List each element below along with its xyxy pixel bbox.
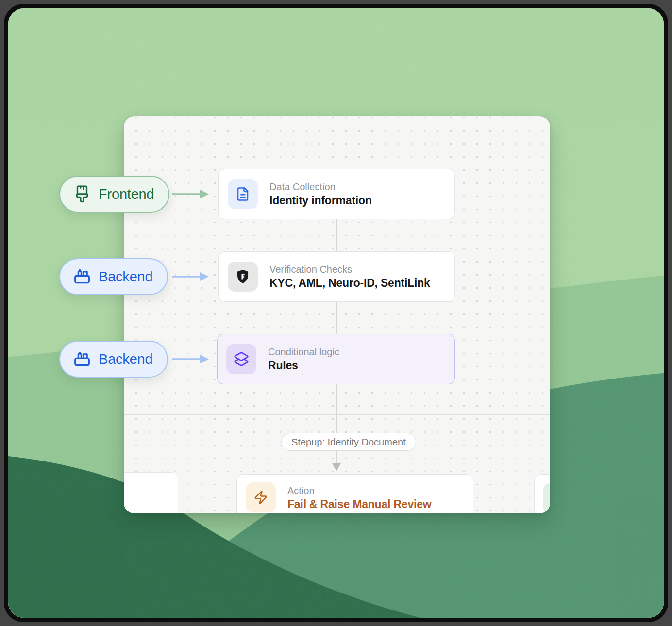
connector-line <box>336 384 337 463</box>
node-data-collection[interactable]: Data Collection Identity information <box>218 169 455 219</box>
toolbox-icon <box>73 267 91 286</box>
pill-frontend[interactable]: Frontend <box>59 176 169 213</box>
node-verification-checks[interactable]: Verification Checks KYC, AML, Neuro-ID, … <box>218 251 455 302</box>
node-subtitle: Fail & Raise Manual Review <box>287 498 431 511</box>
node-conditional-logic[interactable]: Conditional logic Rules <box>217 334 455 384</box>
connector-arrowhead-down-icon <box>332 462 341 472</box>
node-title: Action <box>287 485 431 496</box>
toolbox-icon <box>73 350 91 368</box>
node-subtitle: KYC, AML, Neuro-ID, SentiLink <box>269 277 430 289</box>
node-action[interactable]: Action Fail & Raise Manual Review <box>236 474 473 513</box>
pill-label: Backend <box>99 351 152 367</box>
arrow-frontend-icon <box>172 188 210 200</box>
shield-f-icon <box>228 262 258 292</box>
zap-icon <box>246 482 276 512</box>
edge-label-stepup[interactable]: Stepup: Identity Document <box>281 433 416 451</box>
pill-label: Backend <box>99 269 152 285</box>
flow-canvas[interactable]: Data Collection Identity information Ver… <box>124 116 550 513</box>
node-subtitle: Identity information <box>269 195 372 207</box>
arrow-backend-2-icon <box>172 353 210 365</box>
node-subtitle: Rules <box>268 360 339 372</box>
file-text-icon <box>228 179 258 209</box>
node-title: Verification Checks <box>269 264 430 275</box>
pill-label: Frontend <box>99 186 154 202</box>
connector-line <box>336 219 337 251</box>
node-partial-left[interactable] <box>124 472 178 513</box>
canvas-divider-line <box>124 414 550 415</box>
node-title: Data Collection <box>269 181 372 192</box>
connector-line <box>336 302 337 334</box>
layers-icon <box>226 344 256 374</box>
node-title: Conditional logic <box>268 346 339 357</box>
arrow-backend-1-icon <box>172 271 210 282</box>
node-partial-right[interactable] <box>534 474 550 513</box>
pill-backend-2[interactable]: Backend <box>59 341 168 378</box>
paintbrush-icon <box>73 185 91 203</box>
pill-backend-1[interactable]: Backend <box>59 258 168 295</box>
